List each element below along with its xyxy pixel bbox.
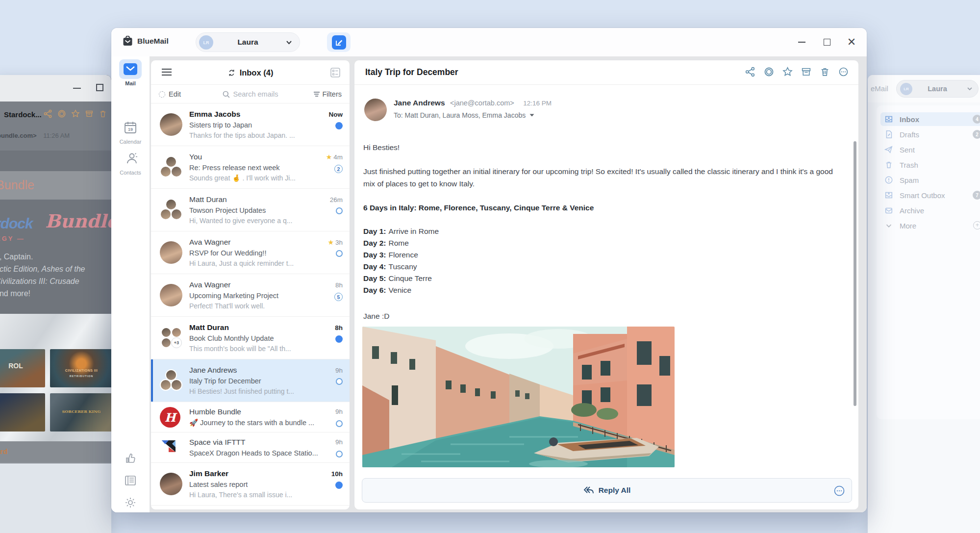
folder-label: Spam — [900, 176, 919, 184]
feedback-button[interactable] — [111, 453, 150, 464]
reading-pane: Italy Trip for December Jane Andrews — [354, 60, 859, 510]
left-link-fragment[interactable]: ard — [0, 447, 7, 456]
rail-item-mail[interactable]: Mail — [111, 59, 150, 86]
thread-count-badge[interactable]: 2 — [334, 165, 343, 173]
list-title-group[interactable]: Inbox (4) — [151, 60, 350, 85]
left-email-body: rdock Bundle EGY — d, Captain. actic Edi… — [0, 200, 111, 314]
account-switcher[interactable]: LR Laura — [196, 32, 300, 52]
navigation-rail: Mail 19 Calendar Contacts — [111, 56, 150, 512]
checklist-icon — [330, 67, 341, 78]
account-pill[interactable]: LR Laura — [896, 80, 979, 98]
mark-unread-icon[interactable] — [764, 67, 774, 77]
mark-read-icon[interactable] — [57, 109, 66, 118]
more-reply-options-icon[interactable] — [834, 485, 845, 496]
folder-badge: 7 — [973, 191, 980, 200]
read-circle[interactable] — [336, 207, 343, 214]
folder-badge: 4 — [973, 115, 980, 124]
read-circle[interactable] — [336, 451, 343, 457]
filters-button[interactable]: Filters — [314, 85, 342, 103]
newsletter-icon — [125, 475, 136, 486]
folder-badge: 2 — [973, 130, 980, 139]
email-row[interactable]: Emma JacobsSisters trip to JapanThanks f… — [151, 103, 350, 146]
minimize-icon[interactable] — [73, 88, 81, 89]
scrollbar[interactable] — [854, 141, 856, 406]
rail-item-contacts[interactable]: Contacts — [111, 149, 150, 176]
settings-button[interactable] — [111, 497, 150, 508]
game-cover-thumbnail[interactable] — [0, 393, 45, 431]
reply-all-label: Reply All — [599, 486, 631, 495]
view-toggle-button[interactable] — [330, 67, 341, 78]
mail-icon — [119, 59, 142, 79]
email-row[interactable]: H Humble Bundle🚀 Journey to the stars wi… — [151, 402, 350, 432]
trash-icon[interactable] — [99, 109, 107, 118]
maximize-icon[interactable] — [96, 84, 103, 91]
contacts-icon — [119, 149, 142, 168]
game-cover-thumbnail[interactable]: SORCERER KING — [50, 393, 111, 431]
recipients-line[interactable]: To: Matt Duran, Laura Moss, Emma Jacobs — [394, 111, 534, 119]
add-folder-icon[interactable]: + — [973, 221, 980, 229]
left-banner-text: Bundle — [0, 178, 34, 192]
venice-canal-image[interactable] — [362, 327, 675, 467]
background-window-right[interactable]: eMail LR Laura Inbox 4 Drafts 2 Sent — [868, 75, 980, 533]
folder-label: Trash — [900, 161, 918, 169]
group-avatar — [160, 156, 182, 178]
left-window-bottom — [0, 463, 111, 533]
folder-item-drafts[interactable]: Drafts 2 — [880, 127, 980, 141]
minimize-button[interactable] — [790, 28, 813, 56]
email-row[interactable]: Ava WagnerUpcoming Marketing ProjectPerf… — [151, 274, 350, 317]
compose-button[interactable] — [327, 32, 351, 52]
email-row[interactable]: +3 Matt DuranBook Club Monthly UpdateThi… — [151, 317, 350, 359]
close-button[interactable]: ✕ — [840, 28, 863, 56]
folder-item-smart-outbox[interactable]: Smart Outbox 7 — [880, 188, 980, 202]
folder-item-inbox[interactable]: Inbox 4 — [880, 112, 980, 126]
unread-dot[interactable] — [335, 335, 343, 343]
star-icon[interactable] — [71, 109, 80, 118]
email-row[interactable]: Space via IFTTTSpaceX Dragon Heads to Sp… — [151, 432, 350, 463]
email-row[interactable]: Jim BarkerLatest sales reportHi Laura, T… — [151, 463, 350, 506]
game-cover-thumbnail[interactable]: CIVILIZATIONS III RETRIBUTION — [50, 349, 111, 387]
folder-item-more[interactable]: More + — [880, 219, 980, 232]
star-icon[interactable]: ★ — [326, 153, 332, 161]
email-row[interactable]: Ava WagnerRSVP for Our Wedding!!Hi Laura… — [151, 231, 350, 274]
archive-icon[interactable] — [801, 67, 811, 77]
email-row-selected[interactable]: Jane AndrewsItaly Trip for DecemberHi Be… — [151, 359, 350, 402]
news-button[interactable] — [111, 475, 150, 486]
search-placeholder: Search emails — [233, 90, 278, 98]
share-icon[interactable] — [44, 109, 52, 118]
folder-item-trash[interactable]: Trash — [880, 158, 980, 172]
read-circle[interactable] — [336, 420, 343, 427]
sender-name: Jane Andrews — [394, 99, 445, 107]
folder-item-archive[interactable]: Archive — [880, 203, 980, 217]
read-circle[interactable] — [336, 250, 343, 257]
maximize-button[interactable] — [816, 28, 838, 56]
folder-item-sent[interactable]: Sent — [880, 143, 980, 156]
message-body: Hi Besties! Just finished putting togeth… — [363, 141, 844, 322]
trash-icon[interactable] — [820, 67, 830, 77]
avatar — [160, 113, 182, 136]
left-body-line: d, Captain. — [0, 251, 85, 263]
recipients-text: To: Matt Duran, Laura Moss, Emma Jacobs — [394, 111, 526, 119]
inbox-title: Inbox (4) — [240, 68, 274, 77]
filter-icon — [314, 90, 320, 98]
unread-dot[interactable] — [335, 482, 343, 489]
star-icon[interactable]: ★ — [327, 238, 334, 246]
folder-item-spam[interactable]: Spam — [880, 173, 980, 187]
share-icon[interactable] — [745, 67, 755, 77]
star-icon[interactable] — [782, 67, 793, 77]
rail-label: Calendar — [111, 139, 150, 145]
game-cover-thumbnail[interactable]: ROL — [0, 349, 45, 387]
email-row[interactable]: Matt DuranTowson Project UpdatesHi, Want… — [151, 189, 350, 231]
thread-count-badge[interactable]: 5 — [334, 293, 343, 301]
refresh-icon — [227, 69, 236, 77]
archive-icon[interactable] — [85, 109, 94, 118]
sender-avatar[interactable] — [364, 99, 387, 121]
reply-all-button[interactable]: Reply All — [362, 479, 852, 502]
reply-all-bar[interactable]: Reply All — [362, 478, 852, 503]
more-icon[interactable] — [838, 67, 849, 77]
message-time: 12:16 PM — [523, 100, 552, 107]
rail-item-calendar[interactable]: 19 Calendar — [111, 118, 150, 145]
background-window-left[interactable]: Stardock... bundle.com> 11:26 AM Bundle … — [0, 75, 111, 533]
read-circle[interactable] — [336, 378, 343, 385]
unread-dot[interactable] — [335, 122, 343, 129]
email-row[interactable]: YouRe: Press release next weekSounds gre… — [151, 146, 350, 189]
